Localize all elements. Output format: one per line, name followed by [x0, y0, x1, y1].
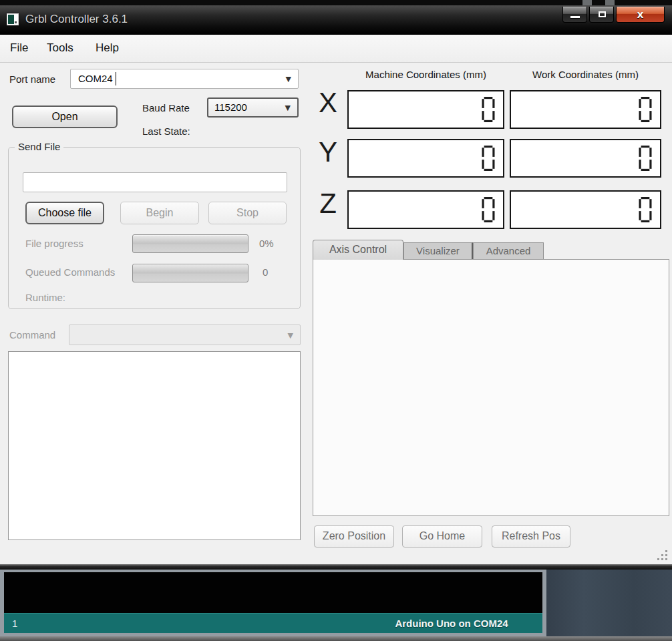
begin-button[interactable]: Begin — [120, 202, 199, 224]
menu-tools[interactable]: Tools — [47, 41, 73, 55]
minimize-icon — [570, 16, 580, 18]
x-work-display: 0 — [510, 90, 661, 129]
file-progress-bar — [132, 234, 248, 253]
chevron-down-icon[interactable]: ▼ — [285, 103, 291, 112]
tab-visualizer[interactable]: Visualizer — [403, 242, 473, 260]
y-machine-display: 0 — [347, 139, 504, 178]
window-title: Grbl Controller 3.6.1 — [25, 13, 128, 26]
work-coordinates-header: Work Coordinates (mm) — [510, 69, 661, 80]
chevron-down-icon[interactable]: ▼ — [288, 331, 293, 339]
machine-coordinates-header: Machine Coordinates (mm) — [347, 69, 504, 80]
status-log-area[interactable] — [8, 351, 301, 540]
app-icon — [7, 13, 19, 25]
stop-button[interactable]: Stop — [208, 202, 287, 224]
axis-y-label: Y — [314, 136, 342, 168]
command-label: Command — [9, 329, 55, 341]
refresh-pos-button[interactable]: Refresh Pos — [492, 525, 570, 548]
seven-segment-zero — [482, 197, 495, 222]
y-work-display: 0 — [510, 139, 661, 178]
window-bottom-edge — [0, 564, 672, 570]
grbl-controller-window: Grbl Controller 3.6.1 X File Tools Help … — [0, 5, 672, 570]
seven-segment-zero — [639, 97, 652, 122]
file-path-input[interactable] — [23, 172, 287, 192]
background-toolbar-icon — [582, 0, 592, 5]
background-toolbar-icon — [605, 0, 615, 5]
queued-commands-value: 0 — [263, 266, 268, 278]
minimize-button[interactable] — [562, 7, 587, 23]
queued-commands-label: Queued Commands — [25, 266, 115, 278]
status-board-text: Arduino Uno on COM24 — [378, 618, 525, 629]
text-caret — [116, 72, 116, 85]
tab-advanced[interactable]: Advanced — [473, 242, 544, 260]
send-file-group-title: Send File — [15, 141, 63, 152]
baud-rate-combo[interactable]: 115200 ▼ — [207, 97, 299, 118]
background-desktop-area — [546, 570, 672, 641]
zero-position-button[interactable]: Zero Position — [314, 525, 394, 548]
close-button[interactable]: X — [616, 7, 665, 23]
background-arduino-window: 1 Arduino Uno on COM24 — [0, 570, 546, 636]
axis-z-label: Z — [314, 188, 342, 220]
port-name-label: Port name — [9, 73, 55, 85]
close-icon: X — [637, 10, 643, 20]
menubar: File Tools Help — [0, 35, 672, 63]
seven-segment-zero — [482, 97, 495, 122]
choose-file-button[interactable]: Choose file — [25, 202, 104, 224]
maximize-icon — [599, 11, 606, 17]
queued-commands-bar — [132, 264, 248, 282]
seven-segment-zero — [639, 197, 652, 222]
background-window-edge — [0, 636, 672, 641]
x-machine-display: 0 — [347, 90, 504, 129]
titlebar[interactable]: Grbl Controller 3.6.1 X — [0, 5, 672, 35]
file-progress-label: File progress — [25, 238, 83, 249]
last-state-label: Last State: — [142, 126, 190, 137]
arduino-status-bar: 1 Arduino Uno on COM24 — [4, 613, 542, 633]
port-name-combo[interactable]: COM24 ▼ — [70, 69, 299, 89]
background-top-strip — [0, 0, 672, 5]
tab-axis-control[interactable]: Axis Control — [313, 240, 403, 260]
send-file-group: Send File — [8, 147, 301, 309]
resize-grip[interactable] — [657, 550, 668, 561]
menu-help[interactable]: Help — [96, 41, 119, 55]
maximize-button[interactable] — [589, 7, 614, 23]
chevron-down-icon[interactable]: ▼ — [286, 75, 291, 83]
screen: Grbl Controller 3.6.1 X File Tools Help … — [0, 0, 672, 641]
z-machine-display: 0 — [347, 190, 504, 229]
seven-segment-zero — [482, 146, 495, 171]
baud-rate-value: 115200 — [214, 101, 247, 113]
port-name-value: COM24 — [78, 73, 113, 84]
status-line-number: 1 — [12, 618, 17, 629]
axis-x-label: X — [314, 87, 342, 119]
z-work-display: 0 — [510, 190, 661, 229]
open-button[interactable]: Open — [12, 105, 118, 128]
baud-rate-label: Baud Rate — [142, 102, 190, 114]
arduino-console-area — [4, 572, 542, 613]
runtime-label: Runtime: — [25, 292, 65, 303]
command-combo[interactable]: ▼ — [69, 325, 301, 345]
seven-segment-zero — [639, 146, 652, 171]
file-progress-value: 0% — [259, 238, 274, 249]
menu-file[interactable]: File — [10, 41, 28, 55]
go-home-button[interactable]: Go Home — [402, 525, 482, 548]
axis-control-panel — [313, 259, 669, 516]
